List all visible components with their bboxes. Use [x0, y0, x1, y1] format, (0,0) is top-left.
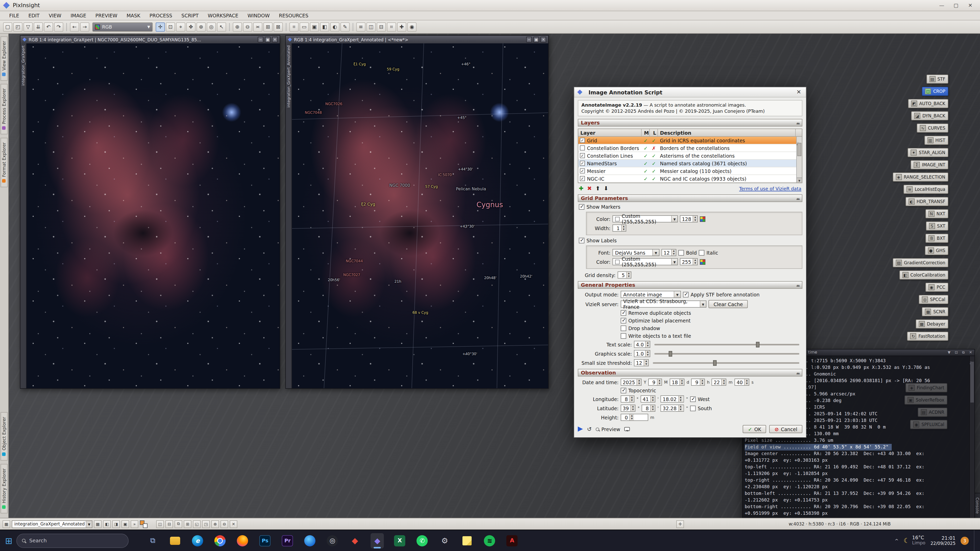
process-icon-localhistequa[interactable]: ≡ LocalHistEqua: [904, 185, 948, 194]
menu-item[interactable]: PREVIEW: [91, 12, 121, 19]
second-spinner[interactable]: 40▲▼: [735, 379, 749, 386]
image-canvas-annotated[interactable]: CygnusNGC 7000Pelican NebulaIC 5070ξ2 Cy…: [292, 43, 548, 388]
graphics-scale-slider[interactable]: [654, 353, 799, 354]
height-spinner[interactable]: 0▲▼: [620, 414, 648, 421]
pin-icon[interactable]: ⊡: [953, 349, 959, 355]
zoom-out-icon[interactable]: ⊖: [243, 22, 252, 32]
excel-icon[interactable]: X: [393, 533, 407, 548]
latitude-seconds-spinner[interactable]: 32.28▲▼: [661, 405, 684, 412]
weather-widget[interactable]: ☾ 16°C Limpo: [904, 535, 925, 546]
process-icon-crop[interactable]: ◫ CROP: [922, 87, 948, 96]
tile-horizontal-icon[interactable]: ◫: [156, 520, 164, 528]
font-select[interactable]: DejaVu Sans▼: [612, 249, 659, 256]
zoom-1-1-icon[interactable]: ≍: [253, 22, 262, 32]
layer-row[interactable]: Constellation Borders ✓ ✗ Borders of the…: [578, 144, 802, 152]
process-icon-stf[interactable]: ▤ STF: [926, 75, 948, 84]
image-window-annotated[interactable]: RGB 1:4 integration_GraXpert_Annotated |…: [285, 35, 549, 389]
active-view-selector[interactable]: integration_GraXpert_Annotated ▼: [12, 520, 92, 528]
save-all-icon[interactable]: ⇊: [34, 22, 43, 32]
photoshop-icon[interactable]: Ps: [259, 533, 272, 548]
scrollbar-thumb[interactable]: [797, 143, 801, 156]
task-view-icon[interactable]: ⧉: [146, 533, 159, 548]
show-markers-checkbox[interactable]: [579, 204, 584, 210]
section-header-observation[interactable]: Observation▲▲: [578, 369, 802, 377]
process-icon-hist[interactable]: ▥ HIST: [924, 136, 948, 145]
marker-flag[interactable]: ✓: [641, 145, 650, 151]
layer-checkbox[interactable]: ✓: [580, 153, 585, 159]
cancel-button[interactable]: ⊘Cancel: [770, 425, 802, 433]
label-flag[interactable]: ✓: [650, 176, 658, 182]
layer-checkbox[interactable]: ✓: [580, 168, 585, 174]
label-alpha-spinner[interactable]: 255▲▼: [680, 259, 698, 265]
close-icon[interactable]: ✕: [795, 89, 803, 95]
app-titlebar[interactable]: PixInsight — ▢ ✕: [0, 0, 980, 11]
snap-icon[interactable]: ⊟: [377, 22, 386, 32]
zoom-window-icon[interactable]: ▣: [265, 37, 270, 42]
process-icon-gradientcorrection[interactable]: ▨ GradientCorrection: [893, 258, 948, 267]
zoom-in-icon[interactable]: ⊕: [233, 22, 242, 32]
label-flag[interactable]: ✓: [650, 138, 658, 143]
menu-item[interactable]: WINDOW: [243, 12, 274, 19]
process-icon-pcc[interactable]: ◉ PCC: [925, 283, 948, 292]
image-canvas-graxpert[interactable]: [27, 43, 280, 388]
scroll-down-icon[interactable]: ▼: [797, 178, 802, 183]
tile-icon[interactable]: ⊞: [184, 520, 191, 528]
process-icon-fastrotation[interactable]: ↻ FastRotation: [907, 332, 948, 341]
process-icon-dyn-back[interactable]: ◪ DYN_BACK: [911, 111, 948, 121]
bold-checkbox[interactable]: [678, 250, 684, 256]
latitude-minutes-spinner[interactable]: 8▲▼: [641, 405, 655, 412]
start-button[interactable]: ⊞: [5, 535, 13, 546]
longitude-minutes-spinner[interactable]: 41▲▼: [641, 395, 655, 403]
process-icon-range-selection[interactable]: ◈ RANGE_SELECTION: [892, 172, 948, 182]
browse-views-icon[interactable]: ▣: [121, 520, 129, 528]
process-icon-bxt[interactable]: B BXT: [926, 233, 948, 243]
tray-overflow-icon[interactable]: ^: [895, 538, 899, 543]
view-selector-strip[interactable]: integration_GraXpert_Annotated: [286, 43, 292, 388]
layer-row[interactable]: ✓Grid ✓ ✓ Grid in ICRS equatorial coordi…: [578, 137, 802, 144]
zoom-to-fit-icon[interactable]: ⌖: [176, 22, 185, 32]
shade-window-icon[interactable]: −: [526, 37, 532, 42]
console-vertical-scrollbar[interactable]: ▲ ▼: [969, 356, 974, 518]
next-view-icon[interactable]: →: [80, 22, 89, 32]
process-icon-scnr[interactable]: ▩ SCNR: [922, 307, 948, 316]
topocentric-checkbox[interactable]: [620, 388, 626, 394]
spotify-icon[interactable]: ≋: [483, 533, 496, 548]
label-flag[interactable]: ✓: [650, 161, 658, 166]
view-selector-strip[interactable]: integration_GraXpert: [21, 43, 27, 388]
year-spinner[interactable]: 2025▲▼: [620, 379, 641, 386]
tile-vertical-icon[interactable]: ⊟: [165, 520, 173, 528]
clock-widget[interactable]: 21:01 22/09/2025: [931, 535, 956, 546]
pointer-mode-icon[interactable]: ↖: [217, 22, 226, 32]
edge-icon[interactable]: e: [191, 533, 204, 548]
shrink-window-icon[interactable]: ◳: [202, 520, 210, 528]
crop-tool-icon[interactable]: ⌗: [290, 22, 299, 32]
view-next-icon[interactable]: ◨: [112, 520, 120, 528]
marker-width-spinner[interactable]: 1▲▼: [612, 225, 626, 232]
new-icon[interactable]: ▢: [3, 22, 12, 32]
process-icon-spccal[interactable]: ◎ SPCCal: [919, 295, 948, 304]
process-icon-hdr-transf[interactable]: ◐ HDR_TRANSF: [905, 197, 948, 206]
output-mode-select[interactable]: Annotate image▼: [620, 291, 681, 298]
new-instance-icon[interactable]: ✛: [156, 22, 165, 32]
fit-view-icon[interactable]: ⊡: [166, 22, 175, 32]
scrollbar-thumb[interactable]: [970, 362, 974, 403]
zoom-fit-icon[interactable]: ⊞: [263, 22, 272, 32]
chrome-icon[interactable]: [213, 533, 227, 548]
grid-icon[interactable]: ⌗: [387, 22, 396, 32]
menu-item[interactable]: RESOURCES: [275, 12, 313, 19]
hour-spinner[interactable]: 9▲▼: [691, 379, 705, 386]
view-prev-icon[interactable]: ◧: [103, 520, 111, 528]
layer-checkbox[interactable]: ✓: [580, 161, 585, 166]
show-labels-checkbox[interactable]: [579, 238, 584, 244]
process-icon-ghs[interactable]: ● GHS: [924, 246, 948, 255]
close-button[interactable]: ✕: [964, 1, 977, 10]
pan-mode-icon[interactable]: ✛: [676, 520, 684, 528]
process-icon-star-align[interactable]: ✦ STAR_ALIGN: [907, 148, 948, 157]
screen-stf-icon[interactable]: ◐: [330, 22, 339, 32]
lock-icon[interactable]: ◉: [407, 22, 417, 32]
small-size-threshold-slider[interactable]: [653, 362, 799, 364]
marker-flag[interactable]: ✓: [641, 153, 650, 159]
collapse-icon[interactable]: ▲▲: [797, 284, 799, 287]
process-icon-debayer[interactable]: ▦ Debayer: [916, 319, 948, 329]
menu-item[interactable]: VIEW: [45, 12, 65, 19]
